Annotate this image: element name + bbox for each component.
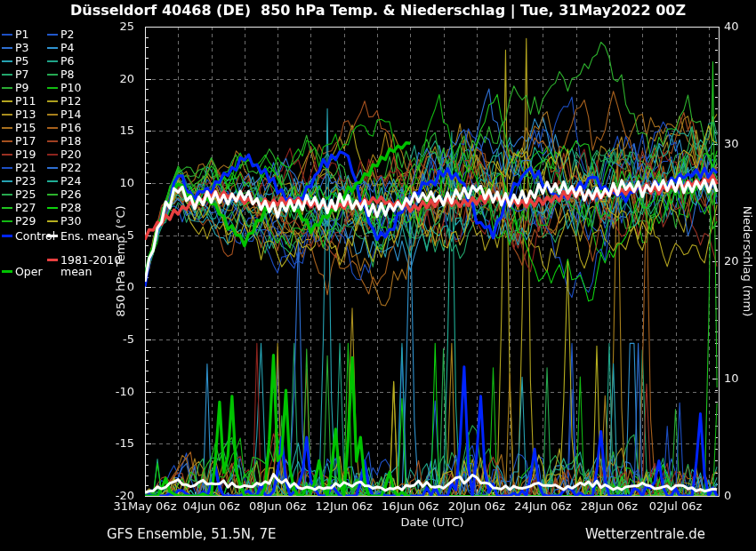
legend-swatch-p20 <box>47 154 58 156</box>
x-tick-label: 08Jun 06z <box>249 500 306 513</box>
legend-swatch-p11 <box>2 100 12 102</box>
legend-item-p14: P14 <box>47 108 81 121</box>
legend-label-p25: P25 <box>15 188 36 201</box>
y-left-tick-label: 15 <box>99 124 134 137</box>
y-left-tick-label: -15 <box>99 437 134 450</box>
legend-swatch-p10 <box>47 87 58 89</box>
legend-label-p16: P16 <box>60 121 81 134</box>
legend-item-p23: P23 <box>2 174 36 188</box>
legend-label-climate-mean: 1981-2010mean <box>60 254 121 277</box>
y-axis-left-label: 850 hPa Temp. (°C) <box>114 205 127 316</box>
legend-swatch-p19 <box>2 154 12 156</box>
legend-swatch-p12 <box>47 100 58 102</box>
legend-swatch-p17 <box>2 140 12 142</box>
y-right-tick-label: 40 <box>724 20 739 33</box>
legend-item-p1: P1 <box>2 28 29 41</box>
model-info: GFS Ensemble, 51.5N, 7E <box>107 526 277 542</box>
legend-label-p26: P26 <box>60 188 81 201</box>
y-left-tick-label: 20 <box>99 73 134 85</box>
legend-swatch-control <box>2 235 12 237</box>
legend-item-p21: P21 <box>2 161 36 174</box>
legend-label-p5: P5 <box>15 54 29 68</box>
legend-swatch-p13 <box>2 114 12 116</box>
legend-label-p14: P14 <box>60 108 81 121</box>
legend-swatch-ens-mean <box>47 235 58 237</box>
legend-swatch-p18 <box>47 140 58 142</box>
legend-item-p16: P16 <box>47 121 81 134</box>
x-tick-label: 12Jun 06z <box>316 500 373 513</box>
legend-label-p4: P4 <box>60 41 75 54</box>
legend-label-p28: P28 <box>60 201 81 214</box>
legend-label-p30: P30 <box>60 214 81 228</box>
legend-label-p24: P24 <box>60 174 81 188</box>
x-tick-label: 31May 06z <box>114 500 177 513</box>
legend-swatch-p5 <box>2 60 12 62</box>
legend-label-p20: P20 <box>60 148 81 161</box>
meteogram-page: Düsseldorf 40468 (DE) 850 hPa Temp. & Ni… <box>0 0 756 551</box>
y-left-tick-label: 0 <box>99 281 134 293</box>
legend-label-p10: P10 <box>60 81 81 94</box>
legend-label-p17: P17 <box>15 134 36 148</box>
legend-label-p23: P23 <box>15 174 36 188</box>
legend-swatch-p9 <box>2 87 12 89</box>
legend-swatch-p14 <box>47 114 58 116</box>
y-left-tick-label: 5 <box>99 229 134 242</box>
legend-swatch-p23 <box>2 180 12 182</box>
legend-item-p12: P12 <box>47 94 81 108</box>
legend-item-p30: P30 <box>47 214 81 228</box>
x-tick-label: 24Jun 06z <box>514 500 571 513</box>
y-right-tick-label: 20 <box>724 255 739 268</box>
legend-label-p15: P15 <box>15 121 36 134</box>
legend-label-p1: P1 <box>15 28 29 41</box>
legend-swatch-p6 <box>47 60 58 62</box>
legend-swatch-p16 <box>47 127 58 129</box>
legend-swatch-p3 <box>2 47 12 49</box>
legend-label-p29: P29 <box>15 214 36 228</box>
legend-label-p8: P8 <box>60 68 75 81</box>
legend-label-p21: P21 <box>15 161 36 174</box>
legend-label-p3: P3 <box>15 41 29 54</box>
legend-label-oper: Oper <box>15 265 43 278</box>
legend-swatch-p21 <box>2 167 12 169</box>
legend-swatch-p15 <box>2 127 12 129</box>
legend-item-p7: P7 <box>2 68 29 81</box>
y-left-tick-label: 10 <box>99 177 134 189</box>
legend-item-oper: Oper <box>2 265 43 278</box>
legend-item-p4: P4 <box>47 41 75 54</box>
legend-item-p29: P29 <box>2 214 36 228</box>
x-tick-label: 20Jun 06z <box>448 500 505 513</box>
y-left-tick-label: -5 <box>99 333 134 346</box>
legend-swatch-p7 <box>2 74 12 76</box>
legend-swatch-p29 <box>2 220 12 222</box>
legend-label-p6: P6 <box>60 54 75 68</box>
x-tick-label: 28Jun 06z <box>581 500 638 513</box>
x-tick-label: 16Jun 06z <box>382 500 438 513</box>
legend-item-p19: P19 <box>2 148 36 161</box>
legend-swatch-climate-mean <box>47 259 58 261</box>
legend-swatch-p26 <box>47 194 58 196</box>
legend-swatch-p28 <box>47 207 58 209</box>
legend-item-p8: P8 <box>47 68 75 81</box>
legend-swatch-oper <box>2 270 12 273</box>
legend-item-p24: P24 <box>47 174 81 188</box>
legend-label-p22: P22 <box>60 161 81 174</box>
legend-label-p11: P11 <box>15 94 36 108</box>
legend-label-p27: P27 <box>15 201 36 214</box>
y-left-tick-label: -10 <box>99 386 134 398</box>
y-right-tick-label: 10 <box>724 372 739 385</box>
legend-swatch-p8 <box>47 74 58 76</box>
legend-item-p13: P13 <box>2 108 36 121</box>
legend-label-p19: P19 <box>15 148 36 161</box>
legend-swatch-p27 <box>2 207 12 209</box>
y-left-tick-label: 25 <box>99 20 134 33</box>
legend-swatch-p30 <box>47 220 58 222</box>
x-axis-label: Date (UTC) <box>400 515 463 529</box>
legend-swatch-p25 <box>2 194 12 196</box>
legend-item-climate-mean: 1981-2010mean <box>47 254 121 277</box>
legend-label-p7: P7 <box>15 68 29 81</box>
legend-item-p18: P18 <box>47 134 81 148</box>
legend-swatch-p4 <box>47 47 58 49</box>
x-tick-label: 02Jul 06z <box>649 500 703 513</box>
legend-item-p27: P27 <box>2 201 36 214</box>
y-right-tick-label: 0 <box>724 490 731 502</box>
